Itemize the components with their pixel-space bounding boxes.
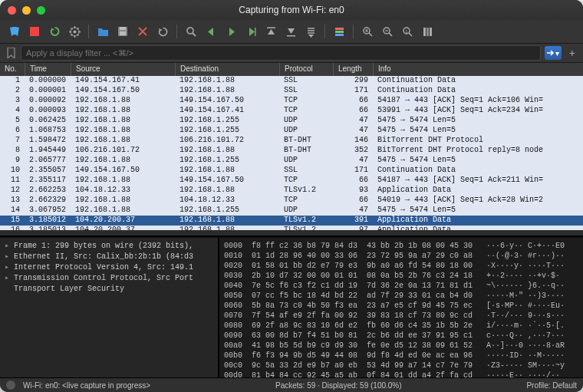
stop-capture-button[interactable] xyxy=(26,23,43,40)
expand-icon[interactable]: ▸ xyxy=(5,273,11,284)
capture-options-button[interactable] xyxy=(66,23,83,40)
packet-details[interactable]: ▸Frame 1: 299 bytes on wire (2392 bits),… xyxy=(0,238,219,377)
packet-row[interactable]: 81.945449106.216.101.72192.168.1.88BT-DH… xyxy=(0,146,583,156)
zoom-out-button[interactable] xyxy=(379,23,396,40)
toolbar: 1 xyxy=(0,20,583,44)
packet-row[interactable]: 153.185012104.20.200.37192.168.1.88TLSv1… xyxy=(0,216,583,226)
svg-rect-10 xyxy=(335,28,344,30)
reload-button[interactable] xyxy=(154,23,171,40)
col-info[interactable]: Info xyxy=(373,63,583,76)
col-length[interactable]: Length xyxy=(333,63,373,76)
col-dest[interactable]: Destination xyxy=(175,63,279,76)
details-row[interactable]: ▸Frame 1: 299 bytes on wire (2392 bits), xyxy=(2,241,216,252)
toolbar-sep xyxy=(176,25,177,38)
status-profile[interactable]: Profile: Default xyxy=(526,381,577,390)
goto-packet-button[interactable] xyxy=(242,23,259,40)
packet-row[interactable]: 30.000092192.168.1.88149.154.167.50TCP66… xyxy=(0,96,583,106)
find-packet-button[interactable] xyxy=(183,23,199,40)
open-file-button[interactable] xyxy=(94,23,111,40)
window: Capturing from Wi-Fi: en0 1 ▾ + xyxy=(0,0,583,392)
packet-bytes[interactable]: 0000 f8 ff c2 36 b8 79 84 d3 43 bb 2b 1b… xyxy=(219,238,583,377)
packet-list-header[interactable]: No. Time Source Destination Protocol Len… xyxy=(0,63,583,76)
resize-columns-button[interactable] xyxy=(419,23,436,40)
packet-list[interactable]: No. Time Source Destination Protocol Len… xyxy=(0,63,583,237)
display-filter-input[interactable] xyxy=(21,45,541,61)
bookmark-icon[interactable] xyxy=(5,47,17,59)
details-row[interactable]: ▸Internet Protocol Version 4, Src: 149.1 xyxy=(2,262,216,273)
col-source[interactable]: Source xyxy=(71,63,175,76)
packet-row[interactable]: 102.355057149.154.167.50192.168.1.88SSL1… xyxy=(0,166,583,176)
restart-capture-button[interactable] xyxy=(46,23,63,40)
details-row[interactable]: ▸Transmission Control Protocol, Src Port xyxy=(2,273,216,284)
packet-row[interactable]: 112.355117192.168.1.88149.154.167.50TCP6… xyxy=(0,176,583,186)
svg-rect-8 xyxy=(267,27,275,28)
packet-row[interactable]: 122.662253104.18.12.33192.168.1.88TLSv1.… xyxy=(0,186,583,196)
details-row[interactable]: Transport Layer Security xyxy=(2,284,216,295)
svg-text:1: 1 xyxy=(405,28,408,33)
zoom-in-button[interactable] xyxy=(359,23,376,40)
packet-row[interactable]: 50.062425192.168.1.88192.168.1.255UDP475… xyxy=(0,116,583,126)
lower-panes: ▸Frame 1: 299 bytes on wire (2392 bits),… xyxy=(0,237,583,377)
zoom-reset-button[interactable]: 1 xyxy=(399,23,416,40)
packet-row[interactable]: 163.185013104.20.200.37192.168.1.88TLSv1… xyxy=(0,226,583,236)
packet-row[interactable]: 20.000001149.154.167.50192.168.1.88SSL17… xyxy=(0,86,583,96)
packet-row[interactable]: 71.598472192.168.1.88106.216.101.72BT-DH… xyxy=(0,136,583,146)
auto-scroll-button[interactable] xyxy=(302,23,319,40)
expert-info-button[interactable] xyxy=(6,380,15,390)
goto-last-button[interactable] xyxy=(282,23,299,40)
svg-rect-5 xyxy=(120,31,126,35)
svg-rect-12 xyxy=(335,34,344,36)
svg-rect-4 xyxy=(120,27,126,30)
status-bar: Wi-Fi: en0: <live capture in progress> P… xyxy=(0,377,583,392)
svg-point-2 xyxy=(73,30,76,33)
col-no[interactable]: No. xyxy=(0,63,25,76)
close-file-button[interactable] xyxy=(134,23,151,40)
packet-row[interactable]: 143.067952192.168.1.88192.168.1.255UDP47… xyxy=(0,206,583,216)
svg-point-6 xyxy=(187,28,193,34)
expand-icon[interactable]: ▸ xyxy=(5,262,11,273)
packet-row[interactable]: 61.068753192.168.1.88192.168.1.255UDP475… xyxy=(0,126,583,136)
status-packets: Packets: 59 · Displayed: 59 (100.0%) xyxy=(275,381,402,390)
go-back-button[interactable] xyxy=(203,23,219,40)
details-row[interactable]: ▸Ethernet II, Src: Calix_bb:2b:1b (84:d3 xyxy=(2,252,216,262)
svg-rect-9 xyxy=(287,35,295,37)
svg-rect-18 xyxy=(427,28,429,36)
packet-row[interactable]: 40.000093192.168.1.88149.154.167.41TCP66… xyxy=(0,106,583,116)
col-proto[interactable]: Protocol xyxy=(279,63,333,76)
toolbar-sep xyxy=(324,25,325,38)
svg-rect-0 xyxy=(30,27,39,36)
filter-bar: ▾ + xyxy=(0,44,583,63)
start-capture-button[interactable] xyxy=(6,23,23,40)
packet-row[interactable]: 92.065777192.168.1.88192.168.1.255UDP475… xyxy=(0,156,583,166)
go-forward-button[interactable] xyxy=(222,23,239,40)
titlebar: Capturing from Wi-Fi: en0 xyxy=(0,0,583,20)
add-filter-expression-button[interactable]: + xyxy=(566,47,578,59)
col-time[interactable]: Time xyxy=(25,63,71,76)
packet-row[interactable]: 10.000000149.154.167.41192.168.1.88SSL29… xyxy=(0,76,583,86)
svg-rect-7 xyxy=(255,28,256,36)
toolbar-sep xyxy=(88,25,89,38)
packet-row[interactable]: 132.662329192.168.1.88104.18.12.33TCP665… xyxy=(0,196,583,206)
svg-rect-19 xyxy=(430,28,432,36)
window-title: Capturing from Wi-Fi: en0 xyxy=(0,5,583,15)
apply-filter-button[interactable]: ▾ xyxy=(545,46,562,60)
save-button[interactable] xyxy=(114,23,131,40)
coloring-button[interactable] xyxy=(331,23,347,40)
expand-icon[interactable]: ▸ xyxy=(5,252,11,262)
goto-first-button[interactable] xyxy=(262,23,279,40)
expand-icon[interactable]: ▸ xyxy=(5,241,11,252)
svg-rect-17 xyxy=(423,28,426,36)
status-left: Wi-Fi: en0: <live capture in progress> xyxy=(23,381,150,390)
toolbar-sep xyxy=(353,25,354,38)
svg-rect-11 xyxy=(335,31,344,33)
